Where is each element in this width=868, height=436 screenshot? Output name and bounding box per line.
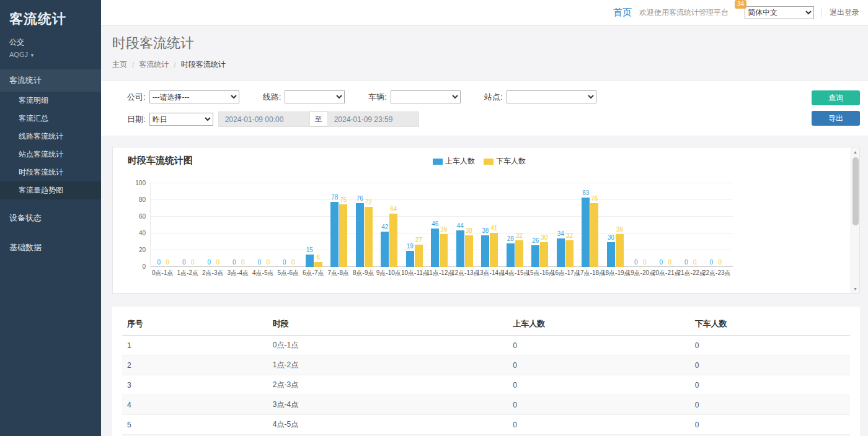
language-wrap: 34 简体中文 [745,6,814,19]
x-tick-label: 1点-2点 [175,269,201,277]
sidebar-item[interactable]: 线路客流统计 [0,128,101,146]
vehicle-select[interactable] [391,90,461,103]
sidebar-section-0[interactable]: 客流统计 [0,69,101,92]
bar-alighting: 6 [314,262,322,267]
table-cell: 4 [122,395,268,415]
bar-boarding: 78 [330,202,339,267]
bar-alighting: 39 [440,234,448,267]
app-title[interactable]: 客流统计 [0,0,101,33]
bar-value-label: 64 [390,206,397,212]
bar-value-label: 38 [466,227,472,234]
profile-org: 公交 [9,37,92,48]
bar-value-label: 0 [668,259,671,266]
line-filter: 线路: [263,90,345,103]
sidebar-item[interactable]: 客流明细 [0,92,101,110]
bar-value-label: 44 [457,222,464,229]
table-cell: 3点-4点 [268,395,508,415]
sidebar-item[interactable]: 站点客流统计 [0,146,101,164]
x-tick-label: 19点-20点 [627,269,653,277]
x-tick-label: 7点-8点 [326,269,352,277]
breadcrumb-section[interactable]: 客流统计 [139,59,169,70]
table-cell: 1 [122,336,268,355]
table-cell: 4点-5点 [268,415,508,435]
hourly-stats-table: 序号 时段 上车人数 下车人数 10点-1点0021点-2点0032点-3点00… [122,313,850,436]
bar-group: 4264 [377,183,402,267]
station-select[interactable] [507,90,596,103]
sidebar-section-1[interactable]: 设备状态 [0,207,101,229]
bar-alighting: 32 [515,240,523,267]
language-select[interactable]: 简体中文 [745,6,814,19]
y-tick-label: 100 [135,180,146,186]
table-row: 43点-4点00 [122,395,850,415]
bar-alighting: 39 [616,234,624,267]
bar-value-label: 0 [693,259,697,266]
bar-value-label: 0 [182,259,186,266]
sidebar-section-2[interactable]: 基础数据 [0,237,101,259]
bar-boarding: 30 [607,242,615,268]
sidebar-item[interactable]: 时段客流统计 [0,164,101,181]
bar-alighting: 72 [365,207,373,267]
scrollbar-thumb[interactable] [852,157,859,225]
query-button[interactable]: 查询 [812,90,860,105]
bar-boarding: 42 [381,232,389,267]
bar-value-label: 0 [191,259,195,266]
table-cell: 1点-2点 [268,355,508,375]
table-row: 54点-5点00 [122,415,850,435]
date-start-input[interactable] [218,111,310,127]
logout-link[interactable]: 退出登录 [830,7,859,18]
table-cell: 0 [690,355,850,375]
bar-chart: 020406080100 000000000000156787576724264… [128,183,831,267]
bar-boarding: 19 [406,251,414,267]
x-tick-label: 22点-23点 [702,269,728,277]
y-tick-label: 0 [142,263,146,270]
table-cell: 0点-1点 [268,336,508,355]
bar-group: 00 [653,183,678,267]
chart-scrollbar[interactable]: ▲ ▼ [851,147,859,293]
bar-value-label: 42 [381,224,388,230]
company-select[interactable]: ---请选择--- [149,90,239,103]
bar-group: 00 [201,183,226,267]
bar-value-label: 0 [232,259,236,266]
scroll-down-icon[interactable]: ▼ [851,284,859,293]
bar-value-label: 0 [166,259,169,266]
table-cell: 0 [690,395,850,415]
table-cell: 0 [508,415,690,435]
bar-value-label: 38 [482,227,489,234]
bar-value-label: 0 [291,259,295,266]
bar-boarding: 83 [582,198,590,267]
line-select[interactable] [285,90,345,103]
x-tick-label: 12点-13点 [451,269,477,277]
sidebar-item[interactable]: 客流汇总 [0,110,101,128]
date-end-input[interactable] [327,111,419,127]
legend-alighting[interactable]: 下车人数 [484,156,526,167]
x-tick-label: 11点-12点 [427,269,452,277]
bar-value-label: 0 [684,259,688,266]
table-cell: 0 [690,375,850,395]
bar-boarding: 28 [507,243,515,267]
profile-user-dropdown[interactable]: AQGJ▼ [9,51,92,58]
table-row: 32点-3点00 [122,375,850,395]
bar-value-label: 0 [718,259,722,266]
chart-card: 时段车流统计图 上车人数 下车人数 020406080100 00000 [112,147,860,294]
table-cell: 5 [122,415,268,435]
table-row: 21点-2点00 [122,355,850,375]
breadcrumb-home[interactable]: 主页 [112,59,127,70]
legend-boarding[interactable]: 上车人数 [433,156,475,167]
date-label: 日期: [127,114,146,125]
bar-group: 00 [151,183,176,267]
content-area: 时段客流统计 主页 / 客流统计 / 时段客流统计 公司: ---请选择--- … [101,25,868,436]
scroll-up-icon[interactable]: ▲ [851,147,859,156]
x-tick-label: 20点-21点 [652,269,678,277]
table-cell: 0 [508,395,690,415]
bar-alighting: 38 [465,235,473,267]
sidebar-item[interactable]: 客流量趋势图 [0,181,101,199]
home-link[interactable]: 首页 [613,7,632,19]
profile-block: 公交 AQGJ▼ [0,33,101,69]
chart-title: 时段车流统计图 [128,155,193,165]
topbar-divider [822,7,822,17]
date-range-select[interactable]: 昨日 [149,113,213,126]
export-button[interactable]: 导出 [812,111,860,126]
bar-alighting: 41 [490,233,498,267]
x-tick-label: 9点-10点 [376,269,402,277]
bar-value-label: 30 [541,234,547,241]
